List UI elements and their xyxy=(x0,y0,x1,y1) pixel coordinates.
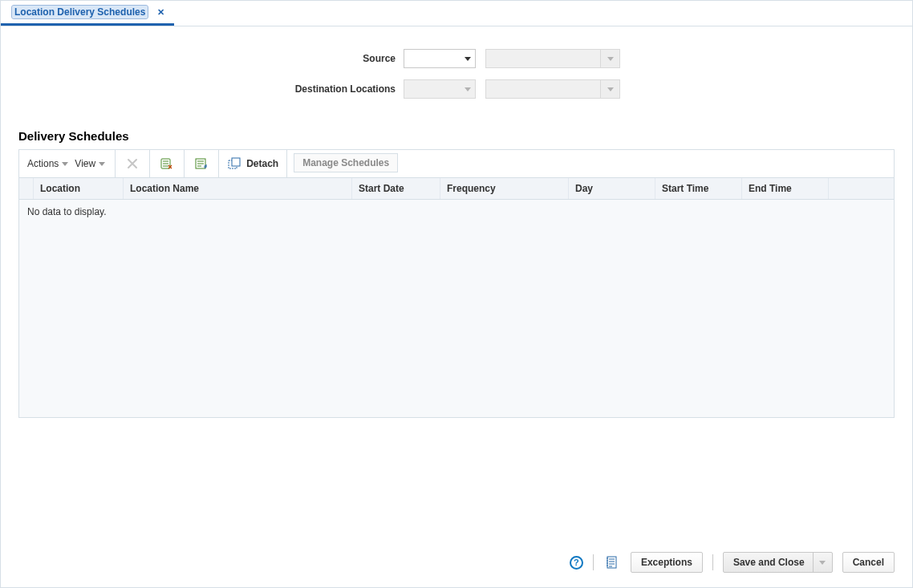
save-and-close-label: Save and Close xyxy=(733,557,805,568)
chevron-down-icon xyxy=(99,162,105,166)
grid-body: No data to display. xyxy=(19,200,894,417)
actions-menu-label: Actions xyxy=(27,158,59,169)
chevron-down-icon xyxy=(461,80,475,98)
column-header-location-name[interactable]: Location Name xyxy=(124,178,352,199)
chevron-down-icon xyxy=(819,561,826,565)
grid-empty-message: No data to display. xyxy=(27,206,107,217)
exceptions-label: Exceptions xyxy=(641,557,692,568)
toolbar-group-export xyxy=(150,150,185,177)
column-header-frequency[interactable]: Frequency xyxy=(440,178,569,199)
footer: ? Exceptions Save and Close Cancel xyxy=(1,541,912,587)
manage-schedules-button: Manage Schedules xyxy=(294,153,398,172)
actions-menu[interactable]: Actions xyxy=(27,158,68,169)
form-row-destination: Destination Locations xyxy=(18,79,895,99)
detach-button[interactable]: Detach xyxy=(227,156,278,171)
save-and-close-caret[interactable] xyxy=(813,553,832,572)
exceptions-button[interactable]: Exceptions xyxy=(631,552,703,573)
toolbar-group-menus: Actions View xyxy=(19,150,116,177)
grid-header: Location Location Name Start Date Freque… xyxy=(19,177,894,200)
wrap-icon[interactable] xyxy=(193,155,210,172)
form-area: Source Destination Locations xyxy=(18,41,895,129)
view-menu[interactable]: View xyxy=(75,158,105,169)
divider xyxy=(712,554,713,570)
divider xyxy=(593,554,594,570)
column-header-start-date[interactable]: Start Date xyxy=(352,178,440,199)
column-header-day[interactable]: Day xyxy=(569,178,655,199)
toolbar-group-wrap xyxy=(185,150,219,177)
source-label: Source xyxy=(18,53,404,64)
tab-location-delivery-schedules[interactable]: Location Delivery Schedules ✕ xyxy=(1,1,174,26)
delete-icon xyxy=(124,155,141,172)
manage-schedules-label: Manage Schedules xyxy=(302,157,389,168)
column-header-end-time[interactable]: End Time xyxy=(742,178,829,199)
destination-label: Destination Locations xyxy=(18,83,404,95)
detach-label: Detach xyxy=(246,158,278,169)
detach-icon xyxy=(227,156,241,171)
content-area: Source Destination Locations Delivery Sc… xyxy=(1,26,912,541)
column-header-location[interactable]: Location xyxy=(34,178,124,199)
grid-wrapper: Actions View xyxy=(18,149,895,418)
export-icon[interactable] xyxy=(158,155,176,172)
destination-value-select[interactable] xyxy=(485,79,620,99)
help-icon[interactable]: ? xyxy=(570,556,583,570)
source-value-select[interactable] xyxy=(485,49,620,68)
cancel-label: Cancel xyxy=(853,557,884,568)
row-handle-header xyxy=(19,178,34,199)
section-title: Delivery Schedules xyxy=(18,129,895,143)
tab-bar: Location Delivery Schedules ✕ xyxy=(1,1,912,26)
cancel-button[interactable]: Cancel xyxy=(842,552,895,573)
close-tab-icon[interactable]: ✕ xyxy=(157,7,164,18)
source-select[interactable] xyxy=(404,49,476,68)
chevron-down-icon xyxy=(62,162,68,166)
save-and-close-button[interactable]: Save and Close xyxy=(723,552,833,573)
toolbar-group-detach: Detach xyxy=(219,150,287,177)
page-root: Location Delivery Schedules ✕ Source Des… xyxy=(0,0,913,588)
chevron-down-icon xyxy=(461,50,475,67)
svg-rect-3 xyxy=(232,158,240,166)
notes-icon[interactable] xyxy=(603,554,621,571)
tab-label: Location Delivery Schedules xyxy=(12,6,148,18)
chevron-down-icon xyxy=(600,50,619,67)
grid-toolbar: Actions View xyxy=(19,150,894,177)
view-menu-label: View xyxy=(75,158,95,169)
chevron-down-icon xyxy=(600,80,619,98)
column-header-start-time[interactable]: Start Time xyxy=(655,178,742,199)
form-row-source: Source xyxy=(18,49,895,68)
toolbar-group-delete xyxy=(116,150,150,177)
destination-select[interactable] xyxy=(404,79,476,99)
